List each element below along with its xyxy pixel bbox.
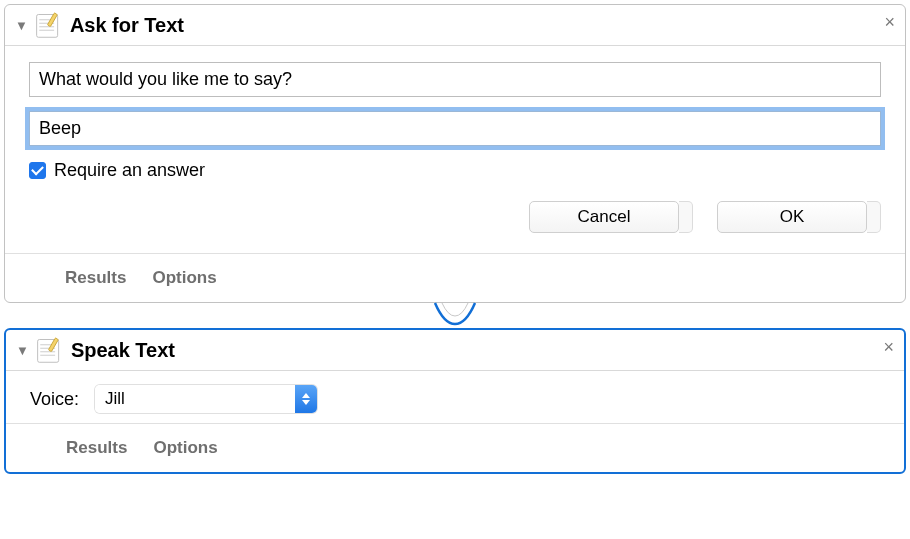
- results-tab[interactable]: Results: [65, 268, 126, 288]
- ok-button[interactable]: OK: [717, 201, 867, 233]
- options-tab[interactable]: Options: [153, 438, 217, 458]
- disclosure-triangle-icon[interactable]: ▼: [15, 18, 28, 33]
- require-answer-label: Require an answer: [54, 160, 205, 181]
- ok-button-group: OK: [717, 201, 881, 233]
- action-title: Speak Text: [71, 339, 175, 362]
- dialog-buttons: Cancel OK: [29, 201, 881, 233]
- voice-label: Voice:: [30, 389, 79, 410]
- close-icon[interactable]: ×: [883, 338, 894, 356]
- ok-button-stub[interactable]: [867, 201, 881, 233]
- action-footer: Results Options: [5, 254, 905, 302]
- cancel-button-stub[interactable]: [679, 201, 693, 233]
- voice-row: Voice: Jill: [6, 371, 904, 423]
- default-answer-input[interactable]: [29, 111, 881, 146]
- action-header: ▼ Ask for Text ×: [5, 5, 905, 45]
- speak-text-action: ▼ Speak Text × Voice: Jill Results: [4, 328, 906, 474]
- question-field-row: [29, 62, 881, 97]
- close-icon[interactable]: ×: [884, 13, 895, 31]
- action-header: ▼ Speak Text ×: [6, 330, 904, 370]
- ask-for-text-action: ▼ Ask for Text × Require an answer: [4, 4, 906, 303]
- action-body: Require an answer Cancel OK: [5, 46, 905, 253]
- require-answer-row: Require an answer: [29, 160, 881, 181]
- action-footer: Results Options: [6, 424, 904, 472]
- default-answer-field-row: [29, 111, 881, 146]
- textedit-icon: [34, 11, 62, 39]
- chevron-updown-icon: [295, 385, 317, 413]
- voice-select-value: Jill: [95, 385, 295, 413]
- cancel-button[interactable]: Cancel: [529, 201, 679, 233]
- textedit-icon: [35, 336, 63, 364]
- voice-select[interactable]: Jill: [95, 385, 317, 413]
- results-tab[interactable]: Results: [66, 438, 127, 458]
- action-title: Ask for Text: [70, 14, 184, 37]
- question-input[interactable]: [29, 62, 881, 97]
- cancel-button-group: Cancel: [529, 201, 693, 233]
- require-answer-checkbox[interactable]: [29, 162, 46, 179]
- options-tab[interactable]: Options: [152, 268, 216, 288]
- disclosure-triangle-icon[interactable]: ▼: [16, 343, 29, 358]
